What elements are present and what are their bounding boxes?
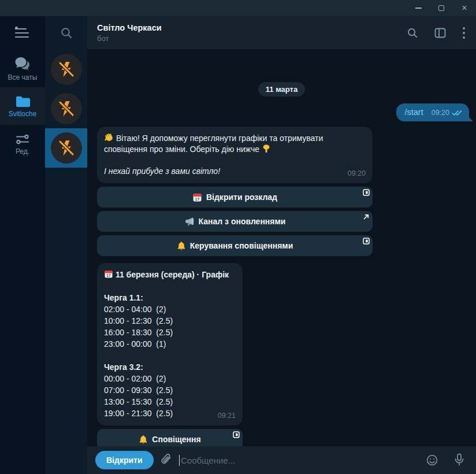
maximize-icon bbox=[438, 5, 444, 11]
sidebar-item-all-chats[interactable]: Все чаты bbox=[0, 50, 45, 87]
bot-command-link[interactable]: /start bbox=[404, 108, 423, 117]
webapp-window-icon bbox=[363, 189, 370, 196]
flash-off-icon bbox=[57, 60, 76, 79]
queue-name: Черга 1.1: bbox=[104, 292, 236, 303]
webapp-window-icon bbox=[363, 238, 370, 245]
folder-icon bbox=[15, 95, 30, 108]
schedule-message-bubble: 17 11 березня (середа) · Графік Черга 1.… bbox=[97, 263, 243, 425]
schedule-row: 23:00 - 00:00 (1) bbox=[104, 338, 236, 350]
double-check-icon bbox=[452, 110, 462, 116]
chat-list-column bbox=[45, 16, 87, 474]
chat-list-item[interactable] bbox=[45, 50, 87, 89]
input-placeholder: Сообщение... bbox=[181, 456, 235, 465]
outgoing-message: /start 09:20 bbox=[396, 103, 469, 121]
microphone-icon bbox=[454, 453, 464, 467]
webapp-window-icon bbox=[233, 431, 240, 438]
chat-menu-button[interactable] bbox=[462, 27, 466, 39]
sidebar-item-label: Svitloche bbox=[9, 110, 37, 117]
bot-schedule-group: 17 11 березня (середа) · Графік Черга 1.… bbox=[97, 263, 243, 446]
attach-button[interactable] bbox=[161, 453, 173, 467]
hamburger-icon bbox=[15, 28, 30, 38]
minimize-icon bbox=[415, 8, 422, 9]
schedule-row: 19:00 - 21:30 (2.5) bbox=[104, 408, 236, 419]
chat-list-item-selected[interactable] bbox=[45, 128, 87, 168]
message-history: 11 марта /start 09:20 Вітаю! Я допоможу … bbox=[87, 49, 476, 446]
chat-pane: Світло Черкаси бот 11 марта bbox=[87, 16, 476, 474]
voice-record-button[interactable] bbox=[454, 453, 464, 467]
schedule-row: 02:00 - 04:00 (2) bbox=[104, 303, 236, 315]
inline-button-label: Сповіщення bbox=[152, 435, 200, 444]
inline-button-open-schedule[interactable]: 17 Відкрити розклад bbox=[97, 187, 373, 208]
search-icon bbox=[60, 27, 73, 39]
window-maximize-button[interactable] bbox=[430, 0, 453, 16]
calendar-emoji-icon: 17 bbox=[104, 269, 113, 279]
avatar bbox=[51, 132, 82, 164]
sidebar-item-label: Все чаты bbox=[8, 74, 38, 81]
message-time: 09:20 bbox=[432, 109, 449, 117]
chat-search-button[interactable] bbox=[45, 16, 87, 50]
header-search-button[interactable] bbox=[407, 27, 418, 39]
sidebar-item-edit-folders[interactable]: Ред. bbox=[0, 125, 45, 162]
kebab-menu-icon bbox=[462, 27, 466, 39]
svg-text:17: 17 bbox=[195, 197, 200, 201]
bell-emoji-icon bbox=[139, 435, 148, 445]
avatar bbox=[51, 93, 82, 124]
message-input[interactable]: Сообщение... bbox=[179, 455, 426, 466]
queue-name: Черга 3.2: bbox=[104, 361, 236, 373]
sliders-icon bbox=[15, 133, 30, 146]
avatar bbox=[51, 54, 82, 85]
schedule-row: 13:00 - 15:30 (2.5) bbox=[104, 396, 236, 408]
paperclip-icon bbox=[161, 453, 173, 467]
window-minimize-button[interactable] bbox=[407, 0, 430, 16]
toggle-sidebar-button[interactable] bbox=[434, 28, 446, 38]
search-icon bbox=[407, 27, 418, 39]
schedule-row: 00:00 - 02:00 (2) bbox=[104, 373, 236, 384]
inline-button-updates-channel[interactable]: Канал з оновленнями bbox=[97, 211, 373, 232]
schedule-title: 11 березня (середа) · Графік bbox=[116, 270, 229, 279]
svg-text:17: 17 bbox=[106, 273, 111, 277]
composer-bar: Відкрити Сообщение... bbox=[87, 446, 476, 474]
emoji-button[interactable] bbox=[426, 454, 438, 466]
inline-button-manage-notifications[interactable]: Керування сповіщеннями bbox=[97, 235, 373, 256]
chat-title: Світло Черкаси bbox=[97, 23, 407, 32]
inline-button-label: Відкрити розклад bbox=[206, 192, 277, 202]
sidebar-item-svitloche-folder[interactable]: Svitloche bbox=[0, 87, 45, 125]
bot-menu-open-button[interactable]: Відкрити bbox=[95, 451, 154, 469]
inline-button-label: Канал з оновленнями bbox=[199, 217, 286, 226]
main-menu-button[interactable] bbox=[0, 16, 45, 50]
bot-greeting-text: Вітаю! Я допоможу переглянути графіки та… bbox=[104, 134, 323, 154]
calendar-emoji-icon: 17 bbox=[192, 192, 202, 202]
bot-flavor-text: І нехай прибуде з вами світло! bbox=[104, 166, 366, 177]
flash-off-icon bbox=[57, 99, 76, 118]
link-out-arrow-icon bbox=[363, 213, 370, 220]
window-close-button[interactable]: × bbox=[453, 0, 476, 16]
inline-button-notifications[interactable]: Сповіщення bbox=[97, 429, 243, 446]
inline-button-label: Керування сповіщеннями bbox=[190, 241, 293, 250]
flash-off-icon bbox=[57, 139, 76, 157]
sidebar-item-label: Ред. bbox=[16, 148, 29, 155]
schedule-row: 07:00 - 09:30 (2.5) bbox=[104, 384, 236, 396]
message-time: 09:20 bbox=[348, 168, 366, 179]
message-time: 09:21 bbox=[218, 410, 236, 421]
megaphone-emoji-icon bbox=[184, 217, 195, 227]
schedule-row: 10:00 - 12:30 (2.5) bbox=[104, 315, 236, 327]
point-down-icon bbox=[262, 144, 271, 153]
bot-message-group: Вітаю! Я допоможу переглянути графіки та… bbox=[97, 127, 373, 256]
chats-icon bbox=[14, 57, 31, 72]
chat-subtitle: бот bbox=[97, 34, 407, 43]
close-icon: × bbox=[462, 3, 467, 13]
date-badge: 11 марта bbox=[258, 82, 305, 97]
chat-header[interactable]: Світло Черкаси бот bbox=[87, 16, 476, 49]
wave-hand-icon bbox=[104, 132, 114, 142]
text-cursor bbox=[179, 455, 180, 466]
schedule-row: 16:00 - 18:30 (2.5) bbox=[104, 327, 236, 338]
smiley-icon bbox=[426, 454, 438, 466]
bot-message-bubble: Вітаю! Я допоможу переглянути графіки та… bbox=[97, 127, 373, 183]
peer-info: Світло Черкаси бот bbox=[97, 23, 407, 43]
chat-list-item[interactable] bbox=[45, 89, 87, 128]
bell-emoji-icon bbox=[177, 241, 186, 251]
columns-icon bbox=[434, 28, 446, 38]
window-titlebar: × bbox=[0, 0, 476, 16]
nav-rail: Все чаты Svitloche Ред. bbox=[0, 16, 45, 474]
telegram-window: × Все чаты Svitloche bbox=[0, 0, 476, 474]
